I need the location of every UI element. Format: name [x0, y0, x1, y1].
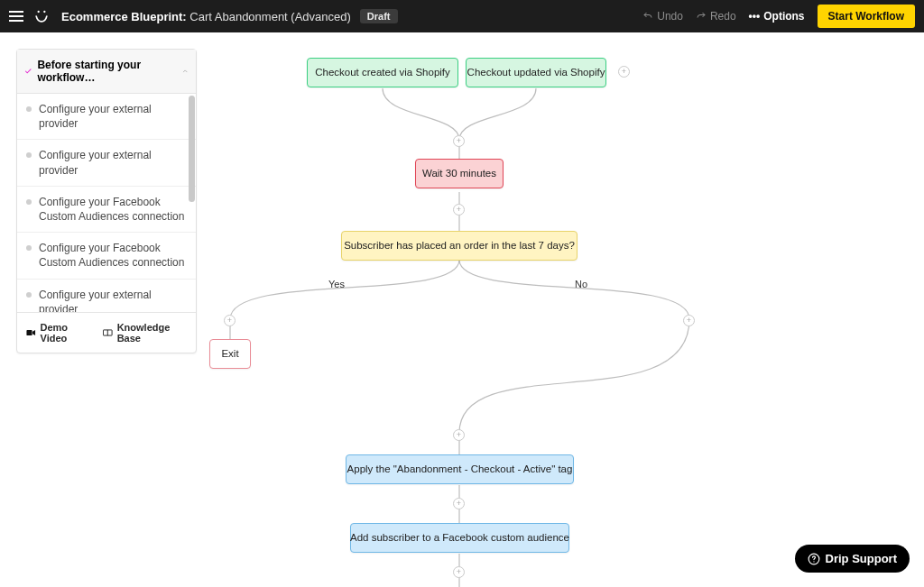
add-trigger-button[interactable]: +	[618, 66, 630, 78]
demo-video-link[interactable]: Demo Video	[26, 322, 90, 344]
add-step-button[interactable]: +	[683, 315, 695, 326]
chevron-up-icon	[181, 67, 189, 76]
menu-button[interactable]	[0, 0, 32, 32]
redo-button[interactable]: Redo	[696, 10, 736, 23]
add-step-button[interactable]: +	[453, 204, 465, 216]
add-step-button[interactable]: +	[453, 429, 465, 441]
undo-icon	[642, 11, 653, 22]
video-icon	[26, 328, 36, 337]
branch-yes-label: Yes	[328, 279, 345, 289]
checklist-toggle[interactable]: Before starting your workflow…	[17, 50, 196, 94]
checklist-heading: Before starting your workflow…	[37, 59, 175, 84]
title-prefix: Ecommerce Blueprint:	[61, 10, 187, 23]
action-apply-tag[interactable]: Apply the "Abandonment - Checkout - Acti…	[346, 454, 574, 484]
action-fb-audience[interactable]: Add subscriber to a Facebook custom audi…	[350, 523, 569, 553]
checklist-footer: Demo Video Knowledge Base	[17, 312, 196, 353]
checklist-item[interactable]: Configure your Facebook Custom Audiences…	[17, 233, 196, 279]
branch-no-label: No	[575, 279, 587, 289]
add-step-button[interactable]: +	[224, 315, 236, 326]
checklist-item[interactable]: Configure your external provider	[17, 94, 196, 140]
decision-node[interactable]: Subscriber has placed an order in the la…	[341, 231, 578, 261]
redo-icon	[696, 11, 707, 22]
checklist-scrollbar[interactable]	[187, 94, 196, 312]
options-dots-icon	[749, 10, 761, 23]
checklist-items: Configure your external provider Configu…	[17, 94, 196, 312]
checklist-panel: Before starting your workflow… Configure…	[16, 49, 197, 353]
options-button[interactable]: Options	[749, 10, 805, 23]
checklist-item[interactable]: Configure your external provider	[17, 280, 196, 313]
page-title: Ecommerce Blueprint: Cart Abandonment (A…	[61, 10, 351, 23]
support-button[interactable]: Drip Support	[795, 545, 910, 573]
checklist-item[interactable]: Configure your Facebook Custom Audiences…	[17, 187, 196, 233]
top-bar: Ecommerce Blueprint: Cart Abandonment (A…	[0, 0, 924, 32]
knowledge-base-link[interactable]: Knowledge Base	[103, 322, 187, 344]
book-icon	[103, 328, 113, 337]
help-icon	[808, 553, 820, 565]
trigger-checkout-created[interactable]: Checkout created via Shopify	[307, 58, 458, 87]
start-workflow-button[interactable]: Start Workflow	[818, 5, 915, 28]
add-step-button[interactable]: +	[453, 135, 465, 147]
title-main: Cart Abandonment (Advanced)	[189, 10, 351, 23]
scrollbar-thumb[interactable]	[189, 96, 195, 202]
top-right-group: Undo Redo Options Start Workflow	[642, 0, 924, 32]
trigger-checkout-updated[interactable]: Checkout updated via Shopify	[466, 58, 606, 87]
add-step-button[interactable]: +	[453, 566, 465, 578]
delay-node[interactable]: Wait 30 minutes	[415, 159, 504, 188]
undo-button[interactable]: Undo	[642, 10, 683, 23]
svg-rect-2	[26, 330, 32, 335]
exit-node[interactable]: Exit	[209, 339, 251, 369]
svg-point-1	[43, 11, 45, 13]
svg-point-0	[38, 11, 40, 13]
check-icon	[24, 67, 32, 76]
status-badge: Draft	[360, 9, 398, 23]
app-logo	[32, 7, 51, 25]
redo-label: Redo	[710, 10, 736, 23]
options-label: Options	[763, 10, 804, 23]
undo-label: Undo	[657, 10, 683, 23]
svg-point-6	[813, 561, 814, 562]
support-label: Drip Support	[826, 552, 897, 565]
add-step-button[interactable]: +	[453, 498, 465, 509]
checklist-item[interactable]: Configure your external provider	[17, 140, 196, 186]
